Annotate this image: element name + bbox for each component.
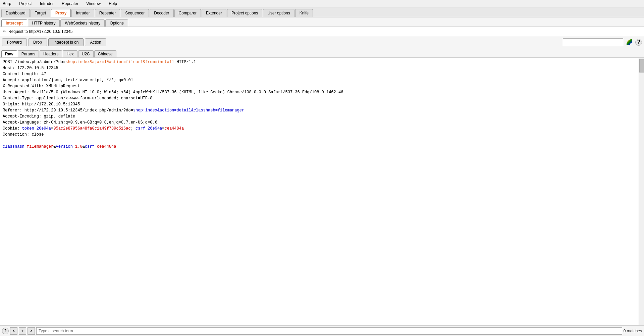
tab-comparer[interactable]: Comparer: [174, 9, 201, 17]
bottom-bar: ? < + > 0 matches: [0, 325, 644, 336]
tab-hex[interactable]: Hex: [63, 50, 77, 57]
tab-knife[interactable]: Knife: [295, 9, 313, 17]
tab-repeater[interactable]: Repeater: [95, 9, 120, 17]
tab-raw[interactable]: Raw: [1, 50, 17, 57]
menu-window[interactable]: Window: [85, 1, 102, 7]
request-bar: ✏ Request to http://172.20.10.5:12345: [0, 27, 644, 36]
scrollbar[interactable]: [639, 58, 644, 336]
request-url-label: Request to http://172.20.10.5:12345: [8, 29, 72, 34]
tab-user-options[interactable]: User options: [263, 9, 294, 17]
tab-dashboard[interactable]: Dashboard: [1, 9, 30, 17]
intercept-button[interactable]: Intercept is on: [48, 38, 84, 46]
tab-websockets-history[interactable]: WebSockets history: [60, 19, 105, 27]
tab-proxy[interactable]: Proxy: [51, 9, 71, 17]
tab-sequencer[interactable]: Sequencer: [121, 9, 149, 17]
scrollbar-thumb[interactable]: [639, 59, 644, 73]
menu-help[interactable]: Help: [107, 1, 118, 7]
toolbar: Forward Drop Intercept is on Action 🌈 ?: [0, 36, 644, 48]
tab-decoder[interactable]: Decoder: [150, 9, 173, 17]
drop-button[interactable]: Drop: [28, 38, 47, 46]
action-button[interactable]: Action: [85, 38, 106, 46]
tab-options[interactable]: Options: [105, 19, 128, 27]
content-tab-bar: Raw Params Headers Hex U2C Chinese: [0, 48, 644, 58]
tab-chinese[interactable]: Chinese: [94, 50, 116, 57]
tab-headers[interactable]: Headers: [40, 50, 62, 57]
content-row: POST /index.php/admin/?do=shop:index&aja…: [0, 58, 644, 336]
bottom-search-input[interactable]: [36, 327, 622, 335]
main-tab-bar: Dashboard Target Proxy Intruder Repeater…: [0, 7, 644, 17]
toolbar-search-input[interactable]: [563, 38, 623, 46]
add-button[interactable]: +: [19, 327, 26, 335]
tab-http-history[interactable]: HTTP history: [28, 19, 60, 27]
tab-intercept[interactable]: Intercept: [1, 19, 27, 27]
help-icon[interactable]: ?: [635, 39, 642, 46]
tab-u2c[interactable]: U2C: [78, 50, 94, 57]
menu-repeater[interactable]: Repeater: [60, 1, 79, 7]
request-content[interactable]: POST /index.php/admin/?do=shop:index&aja…: [0, 58, 639, 336]
tab-intruder[interactable]: Intruder: [71, 9, 94, 17]
edit-icon: ✏: [3, 29, 6, 34]
next-match-button[interactable]: >: [28, 327, 35, 335]
menu-bar: Burp Project Intruder Repeater Window He…: [0, 0, 644, 7]
sub-tab-bar: Intercept HTTP history WebSockets histor…: [0, 17, 644, 27]
tab-project-options[interactable]: Project options: [227, 9, 262, 17]
menu-project[interactable]: Project: [18, 1, 33, 7]
menu-intruder[interactable]: Intruder: [39, 1, 55, 7]
menu-burp[interactable]: Burp: [1, 1, 12, 7]
tab-extender[interactable]: Extender: [202, 9, 226, 17]
tab-params[interactable]: Params: [18, 50, 39, 57]
match-count: 0 matches: [624, 329, 642, 333]
bottom-help-button[interactable]: ?: [2, 328, 9, 334]
prev-match-button[interactable]: <: [10, 327, 17, 335]
color-picker-icon[interactable]: 🌈: [625, 39, 634, 45]
forward-button[interactable]: Forward: [2, 38, 27, 46]
tab-target[interactable]: Target: [31, 9, 50, 17]
main-area: ✏ Request to http://172.20.10.5:12345 Fo…: [0, 27, 644, 336]
